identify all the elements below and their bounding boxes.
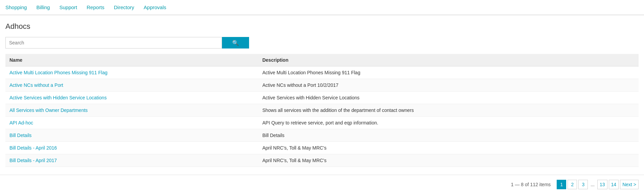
row-description: Active NCs without a Port 10/2/2017	[258, 79, 639, 92]
column-header-name: Name	[5, 54, 258, 66]
row-name-link[interactable]: Bill Details - April 2017	[9, 158, 57, 163]
row-name-link[interactable]: API Ad-hoc	[9, 120, 33, 125]
search-icon: 🔍	[232, 40, 239, 46]
search-row: 🔍	[5, 37, 639, 48]
adhocs-table: Name Description Active Multi Location P…	[5, 54, 639, 167]
row-description: API Query to retrieve service, port and …	[258, 117, 639, 129]
nav-item-billing[interactable]: Billing	[36, 4, 50, 10]
row-name-link[interactable]: Active NCs without a Port	[9, 82, 63, 88]
column-header-description: Description	[258, 54, 639, 66]
table-row: Bill Details - April 2017April NRC's, To…	[5, 154, 639, 167]
row-description: Shows all services with the addition of …	[258, 104, 639, 117]
row-name-link[interactable]: Active Multi Location Phones Missing 911…	[9, 70, 107, 75]
search-input[interactable]	[5, 37, 222, 48]
nav-item-reports[interactable]: Reports	[87, 4, 105, 10]
table-row: API Ad-hocAPI Query to retrieve service,…	[5, 117, 639, 129]
nav-item-approvals[interactable]: Approvals	[144, 4, 166, 10]
table-header: Name Description	[5, 54, 639, 66]
row-description: Active Services with Hidden Service Loca…	[258, 92, 639, 104]
table-row: Bill DetailsBill Details	[5, 129, 639, 142]
table-row: Active Multi Location Phones Missing 911…	[5, 66, 639, 79]
row-name-link[interactable]: Active Services with Hidden Service Loca…	[9, 95, 107, 100]
nav-item-support[interactable]: Support	[59, 4, 77, 10]
row-name-link[interactable]: Bill Details	[9, 133, 31, 138]
table-row: Active Services with Hidden Service Loca…	[5, 92, 639, 104]
table-row: Bill Details - April 2016April NRC's, To…	[5, 142, 639, 154]
table-row: All Services with Owner DepartmentsShows…	[5, 104, 639, 117]
row-description: April NRC's, Toll & May MRC's	[258, 154, 639, 167]
row-description: April NRC's, Toll & May MRC's	[258, 142, 639, 154]
nav-item-directory[interactable]: Directory	[114, 4, 134, 10]
page-content: Adhocs 🔍 Name Description Active Multi L…	[0, 15, 644, 167]
row-description: Bill Details	[258, 129, 639, 142]
table-row: Active NCs without a PortActive NCs with…	[5, 79, 639, 92]
search-button[interactable]: 🔍	[222, 37, 249, 48]
table-body: Active Multi Location Phones Missing 911…	[5, 66, 639, 167]
row-name-link[interactable]: All Services with Owner Departments	[9, 108, 88, 113]
row-name-link[interactable]: Bill Details - April 2016	[9, 145, 57, 151]
row-description: Active Multi Location Phones Missing 911…	[258, 66, 639, 79]
nav-item-shopping[interactable]: Shopping	[5, 4, 27, 10]
page-title: Adhocs	[5, 22, 639, 31]
top-navigation: ShoppingBillingSupportReportsDirectoryAp…	[0, 0, 644, 15]
